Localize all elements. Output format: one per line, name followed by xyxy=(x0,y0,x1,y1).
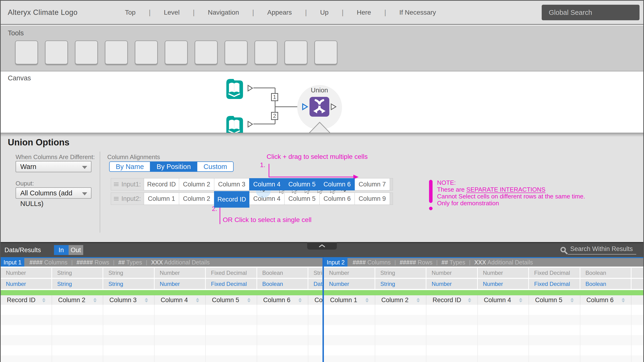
nav-item-navigation[interactable]: Navigation xyxy=(195,9,252,16)
sort-up-icon xyxy=(298,298,302,300)
tool-slot[interactable] xyxy=(254,40,278,64)
column-type-select-string[interactable]: String xyxy=(52,279,104,289)
column-header-column-4[interactable]: Column 4 xyxy=(478,295,529,305)
table-cell xyxy=(426,335,478,345)
nav-item-up[interactable]: Up xyxy=(307,9,342,16)
metadata-label: Additional Details xyxy=(488,259,533,266)
column-type-select-number[interactable]: Number xyxy=(426,279,478,289)
nav-item-top[interactable]: Top xyxy=(112,9,149,16)
column-type-select-string[interactable]: String xyxy=(103,279,155,289)
nav-item-level[interactable]: Level xyxy=(151,9,193,16)
column-header-row: Record IDColumn 2Column 3Column 4Column … xyxy=(1,295,322,305)
column-cell-column-7[interactable]: Column 7 xyxy=(354,178,390,190)
column-type-select-boolean[interactable]: Boolean xyxy=(257,279,308,289)
nav-item-if-necessary[interactable]: If Necessary xyxy=(386,9,449,16)
tab-out[interactable]: Out xyxy=(68,245,83,255)
column-header-column-6[interactable]: Column 6 xyxy=(257,295,308,305)
column-type-select-number[interactable]: Number xyxy=(324,279,375,289)
column-cell-record-id[interactable]: Record ID xyxy=(214,191,250,208)
column-header-column-4[interactable]: Column 4 xyxy=(155,295,206,305)
tool-slot[interactable] xyxy=(284,40,308,64)
column-cell-column-6[interactable]: Column 6 xyxy=(320,192,355,205)
union-tool-icon[interactable] xyxy=(310,97,329,117)
pane-metadata: #### Columns|##### Rows|## Types|XXX Add… xyxy=(353,259,533,266)
table-cell xyxy=(103,335,155,345)
column-type-number: Number xyxy=(155,268,206,278)
collapse-panel-button[interactable] xyxy=(307,242,337,250)
table-cell xyxy=(308,335,322,345)
search-within-results[interactable]: Search Within Results xyxy=(560,245,636,254)
column-type-string: String xyxy=(375,268,427,278)
row-drag-handle[interactable]: Input2: xyxy=(111,192,144,205)
column-header-column-3[interactable]: Column 3 xyxy=(103,295,155,305)
column-type-select-fixed-decimal[interactable]: Fixed Decimal xyxy=(206,279,257,289)
column-type-select-string[interactable]: String xyxy=(375,279,427,289)
table-row xyxy=(1,315,322,325)
nav-item-here[interactable]: Here xyxy=(344,9,384,16)
column-cell-column-5[interactable]: Column 5 xyxy=(284,192,320,205)
column-cell-column-2[interactable]: Column 2 xyxy=(179,178,214,190)
input-data-tool-2-icon[interactable] xyxy=(222,114,246,133)
column-header-record-id[interactable]: Record ID xyxy=(426,295,478,305)
input-data-tool-1-icon[interactable] xyxy=(222,76,246,100)
pane-splitter[interactable] xyxy=(322,257,324,362)
column-header-record-id[interactable]: Record ID xyxy=(1,295,52,305)
sort-down-icon xyxy=(519,300,522,302)
global-search-input[interactable]: Global Search xyxy=(542,5,640,20)
column-cell-column-2[interactable]: Column 2 xyxy=(179,192,214,205)
column-cell-column-1[interactable]: Column 1 xyxy=(144,192,179,205)
column-type-select-number[interactable]: Number xyxy=(155,279,206,289)
tool-slot[interactable] xyxy=(165,40,188,64)
tool-slot[interactable] xyxy=(135,40,158,64)
sort-up-icon xyxy=(196,298,199,300)
table-cell xyxy=(308,325,322,335)
results-pane-1: Input 1#### Columns|##### Rows|## Types|… xyxy=(1,258,322,362)
metadata-divider: | xyxy=(436,259,438,266)
table-cell xyxy=(478,345,529,356)
column-cell-record-id[interactable]: Record ID xyxy=(144,178,179,190)
table-cell xyxy=(529,356,580,362)
tool-slot[interactable] xyxy=(15,40,38,64)
sort-up-icon xyxy=(570,298,574,300)
column-type-select-fixed-decimal[interactable]: Fixed Decimal xyxy=(529,279,580,289)
column-type-select-date[interactable]: Date xyxy=(308,279,322,289)
tab-input-2[interactable]: Input 2 xyxy=(324,258,348,266)
tab-in[interactable]: In xyxy=(54,245,68,255)
column-header-column-6[interactable]: Column 6 xyxy=(580,295,632,305)
column-header-column-2[interactable]: Column 2 xyxy=(375,295,427,305)
tool-slot[interactable] xyxy=(195,40,218,64)
metadata-value: ## xyxy=(442,259,450,266)
column-cell-column-9[interactable]: Column 9 xyxy=(354,192,390,205)
column-header-column-5[interactable]: Column 5 xyxy=(206,295,257,305)
column-header-column-1[interactable]: Column 1 xyxy=(324,295,375,305)
column-cell-column-5[interactable]: Column 5 xyxy=(284,178,320,190)
metadata-columns: #### Columns xyxy=(30,259,68,266)
column-type-select-number[interactable]: Number xyxy=(1,279,52,289)
pane-1-tabstrip: Input 1#### Columns|##### Rows|## Types|… xyxy=(1,258,322,266)
table-cell xyxy=(52,356,104,362)
column-header-column-5[interactable]: Column 5 xyxy=(529,295,580,305)
sort-down-icon xyxy=(145,300,148,302)
tool-slot[interactable] xyxy=(225,40,248,64)
union-input-anchor-icon xyxy=(302,103,308,110)
column-type-select-number[interactable]: Number xyxy=(478,279,529,289)
column-cell-column-4[interactable]: Column 4 xyxy=(249,178,284,190)
workflow-canvas[interactable]: Canvas 1 2 xyxy=(1,72,643,133)
search-icon xyxy=(560,246,568,254)
tab-input-1[interactable]: Input 1 xyxy=(1,258,24,266)
tool-slot[interactable] xyxy=(105,40,128,64)
column-type-select-boolean[interactable]: Boolean xyxy=(580,279,632,289)
tool-slot[interactable] xyxy=(75,40,98,64)
metadata-columns: #### Columns xyxy=(353,259,390,266)
column-header-column-2[interactable]: Column 2 xyxy=(52,295,104,305)
nav-item-appears[interactable]: Appears xyxy=(254,9,305,16)
tool-slot[interactable] xyxy=(314,40,337,64)
sort-up-icon xyxy=(622,298,625,300)
table-cell xyxy=(1,305,52,315)
column-cell-column-6[interactable]: Column 6 xyxy=(320,178,355,190)
tool-slot[interactable] xyxy=(45,40,68,64)
row-drag-handle[interactable]: Input1: xyxy=(111,178,144,190)
column-cell-column-3[interactable]: Column 3 xyxy=(214,178,250,190)
search-within-results-input[interactable]: Search Within Results xyxy=(568,245,636,254)
column-header-column-7[interactable]: Column 7 xyxy=(308,295,322,305)
